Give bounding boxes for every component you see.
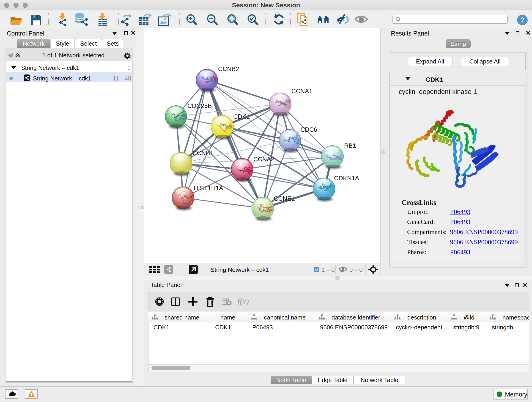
svg-text:CDK1: CDK1	[233, 113, 250, 120]
svg-text:CDC25B: CDC25B	[187, 102, 212, 109]
svg-text:CCNB1: CCNB1	[192, 150, 214, 157]
svg-text:CCNA1: CCNA1	[291, 88, 312, 95]
svg-text:CDKN1A: CDKN1A	[334, 175, 359, 182]
svg-text:CCNB2: CCNB2	[218, 65, 239, 72]
svg-text:HIST1H1A: HIST1H1A	[194, 185, 223, 191]
svg-text:CCNE1: CCNE1	[274, 195, 295, 202]
svg-text:RB1: RB1	[344, 142, 356, 149]
svg-text:CCNA2: CCNA2	[253, 156, 274, 163]
svg-text:CDC6: CDC6	[300, 126, 317, 133]
